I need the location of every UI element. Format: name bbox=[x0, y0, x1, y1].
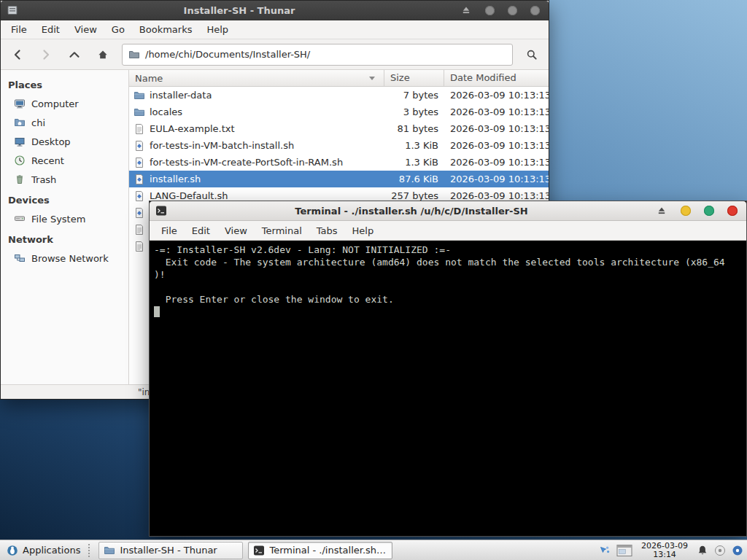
terminal-content[interactable]: -=: Installer-SH v2.6dev - Lang: NOT INI… bbox=[150, 241, 746, 536]
column-header-name[interactable]: Name bbox=[129, 70, 384, 86]
home-button[interactable] bbox=[90, 42, 116, 67]
terminal-icon bbox=[253, 545, 265, 556]
drive-icon bbox=[14, 213, 26, 225]
terminal-close-button[interactable] bbox=[727, 206, 738, 216]
file-name-cell: installer.sh bbox=[129, 174, 384, 185]
file-name: installer.sh bbox=[150, 174, 201, 184]
thunar-menu-bookmarks[interactable]: Bookmarks bbox=[132, 21, 200, 38]
panel-separator bbox=[88, 544, 92, 557]
file-name-cell: for-tests-in-VM-batch-install.sh bbox=[129, 140, 384, 152]
file-name: for-tests-in-VM-create-PortSoft-in-RAM.s… bbox=[150, 157, 343, 168]
file-row[interactable]: locales3 bytes2026-03-09 10:13:13 bbox=[129, 104, 549, 120]
file-row[interactable]: installer.sh87.6 KiB2026-03-09 10:13:13 bbox=[129, 171, 549, 187]
text-file-icon bbox=[133, 241, 145, 252]
file-row[interactable]: for-tests-in-VM-create-PortSoft-in-RAM.s… bbox=[129, 154, 549, 171]
search-button[interactable] bbox=[519, 42, 545, 67]
file-date: 2026-03-09 10:13:13 bbox=[444, 190, 549, 201]
file-size: 1.3 KiB bbox=[384, 157, 444, 168]
sidebar-item-recent[interactable]: Recent bbox=[1, 151, 128, 170]
terminal-maximize-button[interactable] bbox=[704, 206, 714, 216]
sidebar-item-file-system[interactable]: File System bbox=[1, 209, 128, 228]
home-icon bbox=[14, 117, 26, 128]
terminal-menu-help[interactable]: Help bbox=[345, 222, 382, 239]
up-button[interactable] bbox=[61, 42, 88, 67]
thunar-menu-go[interactable]: Go bbox=[104, 21, 132, 38]
terminal-menu-edit[interactable]: Edit bbox=[185, 222, 217, 239]
back-button[interactable] bbox=[4, 42, 31, 67]
thunar-menu-help[interactable]: Help bbox=[199, 21, 236, 38]
sidebar-item-chi[interactable]: chi bbox=[1, 113, 128, 132]
terminal-titlebar[interactable]: Terminal - ./installer.sh /u/h/c/D/Insta… bbox=[150, 201, 746, 221]
applications-button[interactable]: Applications bbox=[0, 540, 87, 560]
file-row[interactable]: installer-data7 bytes2026-03-09 10:13:13 bbox=[129, 87, 549, 104]
thunar-rollup-icon[interactable] bbox=[460, 4, 472, 16]
file-date: 2026-03-09 10:13:13 bbox=[444, 157, 549, 168]
sidebar-item-label: Desktop bbox=[31, 136, 71, 147]
file-date: 2026-03-09 10:13:13 bbox=[444, 106, 549, 117]
thunar-maximize-button[interactable] bbox=[508, 6, 517, 15]
sidebar-item-computer[interactable]: Computer bbox=[1, 94, 128, 113]
terminal-rollup-icon[interactable] bbox=[656, 205, 667, 217]
sidebar: PlacesComputerchiDesktopRecentTrashDevic… bbox=[1, 70, 129, 384]
terminal-menu-view[interactable]: View bbox=[217, 222, 255, 239]
terminal-window-title: Terminal - ./installer.sh /u/h/c/D/Insta… bbox=[171, 206, 651, 217]
file-size: 3 bytes bbox=[384, 106, 444, 117]
tray-status-gray-icon[interactable] bbox=[714, 545, 726, 556]
taskbar-task-terminal-installer-sh[interactable]: Terminal - ./installer.sh ... bbox=[248, 542, 392, 559]
clock-time: 13:14 bbox=[641, 551, 688, 559]
file-row[interactable]: EULA-example.txt81 bytes2026-03-09 10:13… bbox=[129, 120, 549, 137]
forward-button[interactable] bbox=[33, 42, 59, 67]
file-size: 7 bytes bbox=[384, 90, 444, 101]
thunar-toolbar: /home/chi/Documents/Installer-SH/ bbox=[1, 39, 549, 70]
file-name: for-tests-in-VM-batch-install.sh bbox=[150, 140, 294, 151]
script-file-icon bbox=[133, 157, 145, 168]
clock-date: 2026-03-09 bbox=[641, 542, 688, 551]
tray-status-blue-icon[interactable] bbox=[732, 545, 743, 556]
file-name: LANG-Default.sh bbox=[150, 190, 228, 201]
clock[interactable]: 2026-03-09 13:14 bbox=[638, 542, 691, 559]
sidebar-item-label: chi bbox=[31, 117, 45, 128]
terminal-menu-file[interactable]: File bbox=[154, 222, 185, 239]
desktop: Installer-SH - Thunar FileEditViewGoBook… bbox=[0, 0, 747, 560]
column-header-date[interactable]: Date Modified bbox=[444, 70, 549, 86]
file-row[interactable]: for-tests-in-VM-batch-install.sh1.3 KiB2… bbox=[129, 137, 549, 154]
folder-icon bbox=[104, 545, 115, 556]
sidebar-item-desktop[interactable]: Desktop bbox=[1, 132, 128, 151]
thunar-minimize-button[interactable] bbox=[485, 6, 495, 15]
sidebar-item-label: Recent bbox=[31, 155, 64, 166]
file-name: installer-data bbox=[150, 90, 212, 101]
taskbar: Applications Installer-SH - ThunarTermin… bbox=[0, 540, 747, 560]
file-date: 2026-03-09 10:13:13 bbox=[444, 140, 549, 151]
terminal-icon bbox=[155, 205, 167, 217]
notifications-bell-icon[interactable] bbox=[697, 545, 708, 556]
thunar-close-button[interactable] bbox=[530, 6, 540, 15]
trash-icon bbox=[14, 174, 26, 185]
terminal-line: Exit code - The system architecture (amd… bbox=[154, 256, 742, 268]
sidebar-item-trash[interactable]: Trash bbox=[1, 170, 128, 189]
terminal-menu-terminal[interactable]: Terminal bbox=[255, 222, 309, 239]
thunar-menu-edit[interactable]: Edit bbox=[34, 21, 67, 38]
file-name-cell: installer-data bbox=[129, 90, 384, 101]
terminal-line bbox=[154, 281, 742, 293]
file-manager-icon bbox=[7, 4, 18, 16]
path-bar[interactable]: /home/chi/Documents/Installer-SH/ bbox=[122, 44, 513, 66]
thunar-menu-view[interactable]: View bbox=[67, 21, 104, 38]
sidebar-item-label: Browse Network bbox=[31, 253, 109, 264]
sidebar-item-browse-network[interactable]: Browse Network bbox=[1, 249, 128, 268]
script-file-icon bbox=[133, 174, 145, 185]
tray-share-icon[interactable] bbox=[599, 545, 611, 556]
network-icon bbox=[14, 252, 26, 264]
terminal-menu-tabs[interactable]: Tabs bbox=[309, 222, 345, 239]
taskbar-task-installer-sh-thunar[interactable]: Installer-SH - Thunar bbox=[98, 542, 243, 559]
script-file-icon bbox=[133, 190, 145, 202]
terminal-window-controls bbox=[656, 205, 740, 217]
thunar-menu-file[interactable]: File bbox=[4, 21, 34, 38]
text-file-icon bbox=[133, 123, 145, 135]
terminal-line: Press Enter or close the window to exit. bbox=[154, 293, 742, 306]
terminal-cursor bbox=[154, 306, 160, 317]
thunar-titlebar[interactable]: Installer-SH - Thunar bbox=[1, 1, 549, 20]
terminal-minimize-button[interactable] bbox=[681, 206, 691, 216]
file-name: EULA-example.txt bbox=[150, 123, 235, 134]
column-header-size[interactable]: Size bbox=[384, 70, 444, 86]
tray-window-icon[interactable] bbox=[616, 543, 632, 558]
